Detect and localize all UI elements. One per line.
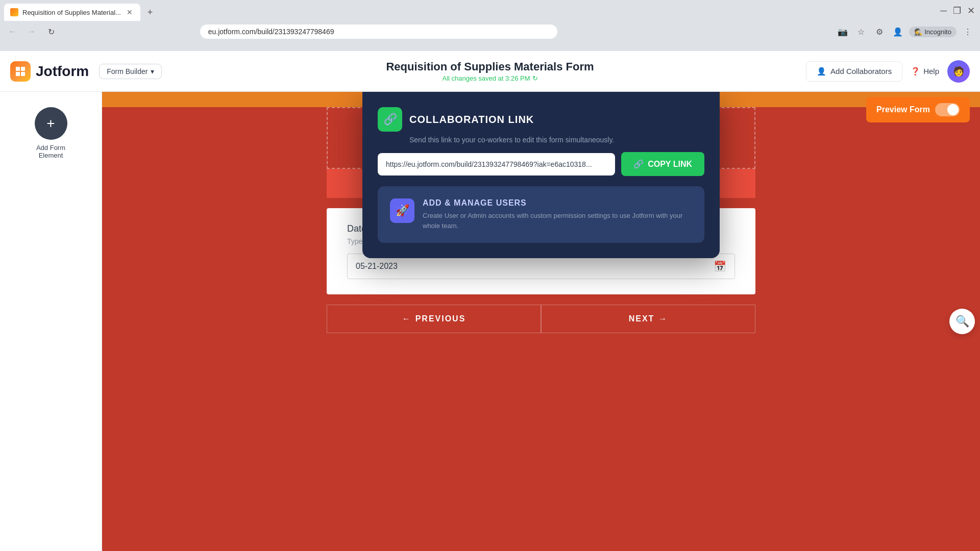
incognito-label: Incognito [924, 28, 951, 36]
collab-link-row: 🔗 COPY LINK [378, 152, 704, 176]
plus-icon: + [46, 115, 55, 132]
add-collaborators-button[interactable]: 👤 Add Collaborators [806, 61, 902, 82]
menu-icon[interactable]: ⋮ [961, 24, 975, 39]
manage-users-text: ADD & MANAGE USERS Create User or Admin … [423, 198, 692, 231]
address-bar[interactable] [200, 24, 557, 39]
add-form-element-button[interactable]: + Add FormElement [35, 107, 67, 159]
window-restore-btn[interactable]: ❐ [953, 5, 961, 16]
collab-link-icon: 🔗 [378, 107, 402, 132]
person-icon: 👤 [817, 67, 826, 76]
manage-users-desc: Create User or Admin accounts with custo… [423, 211, 692, 231]
collaboration-popup-overlay: 🔗 COLLABORATION LINK Send this link to y… [102, 92, 980, 551]
collab-subtitle: Send this link to your co-workers to edi… [409, 136, 704, 144]
save-status-text: All changes saved at 3:26 PM [443, 74, 530, 82]
copy-link-button[interactable]: 🔗 COPY LINK [621, 152, 704, 176]
camera-off-icon: 📷 [836, 24, 850, 39]
copy-link-icon: 🔗 [633, 159, 644, 169]
add-collaborators-label: Add Collaborators [830, 67, 892, 76]
new-tab-button[interactable]: + [142, 5, 158, 20]
form-canvas: Requisitio NEXT → Date Type a descriptio… [102, 92, 980, 551]
window-minimize-btn[interactable]: ─ [940, 6, 947, 16]
collab-title-row: 🔗 COLLABORATION LINK [378, 107, 704, 132]
user-avatar[interactable]: 🧑 [947, 60, 970, 83]
window-close-btn[interactable]: ✕ [967, 5, 975, 16]
copy-link-label: COPY LINK [648, 160, 692, 169]
rocket-icon: 🚀 [396, 204, 409, 217]
add-form-element-label: Add FormElement [36, 144, 65, 159]
main-content: + Add FormElement Requisitio NEXT → Date… [0, 92, 980, 551]
tab-favicon [10, 8, 18, 16]
header-right: 👤 Add Collaborators ❓ Help 🧑 [806, 60, 970, 83]
help-label: Help [923, 67, 939, 76]
svg-rect-2 [16, 72, 20, 76]
collab-link-section: 🔗 COLLABORATION LINK Send this link to y… [378, 107, 704, 176]
back-button[interactable]: ← [5, 24, 19, 39]
manage-users-section[interactable]: 🚀 ADD & MANAGE USERS Create User or Admi… [378, 186, 704, 243]
jotform-logo-text: Jotform [36, 63, 89, 80]
form-builder-button[interactable]: Form Builder ▾ [99, 64, 162, 79]
collaboration-popup: 🔗 COLLABORATION LINK Send this link to y… [362, 92, 720, 258]
profile-icon[interactable]: 👤 [891, 24, 905, 39]
manage-users-title: ADD & MANAGE USERS [423, 198, 692, 208]
form-builder-chevron: ▾ [151, 67, 154, 76]
collab-link-input[interactable] [378, 153, 615, 176]
svg-rect-3 [21, 72, 25, 76]
forward-button[interactable]: → [24, 24, 39, 39]
collab-title-text: COLLABORATION LINK [409, 114, 534, 126]
save-status: All changes saved at 3:26 PM ↻ [386, 74, 594, 82]
collab-title: COLLABORATION LINK [409, 114, 534, 126]
svg-rect-0 [16, 67, 20, 71]
incognito-badge: 🕵 Incognito [909, 27, 957, 37]
jotform-svg [14, 65, 27, 78]
incognito-icon: 🕵 [914, 28, 922, 36]
jotform-logo-icon [10, 61, 31, 82]
extensions-icon[interactable]: ⚙ [872, 24, 887, 39]
manage-users-icon: 🚀 [390, 198, 414, 223]
reload-button[interactable]: ↻ [44, 24, 58, 39]
tab-close-btn[interactable]: ✕ [125, 8, 134, 17]
logo-area: Jotform [10, 61, 89, 82]
form-builder-label: Form Builder [107, 67, 148, 76]
refresh-icon: ↻ [532, 74, 538, 82]
help-button[interactable]: ❓ Help [911, 67, 939, 76]
avatar-image: 🧑 [953, 66, 964, 77]
form-title-area: Requisition of Supplies Materials Form A… [386, 60, 594, 82]
active-browser-tab[interactable]: Requisition of Supplies Material... ✕ [4, 4, 140, 21]
tab-title: Requisition of Supplies Material... [22, 9, 121, 16]
link-icon: 🔗 [383, 113, 397, 126]
left-sidebar: + Add FormElement [0, 92, 102, 551]
app-header: Jotform Form Builder ▾ Requisition of Su… [0, 51, 980, 92]
bookmark-icon[interactable]: ☆ [854, 24, 868, 39]
svg-rect-1 [21, 67, 25, 71]
add-element-circle: + [35, 107, 67, 140]
form-title: Requisition of Supplies Materials Form [386, 60, 594, 73]
help-circle-icon: ❓ [911, 67, 920, 76]
